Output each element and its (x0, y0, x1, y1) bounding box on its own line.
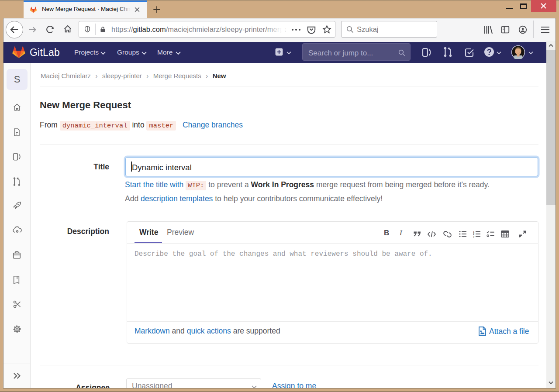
svg-text:3: 3 (473, 235, 474, 237)
